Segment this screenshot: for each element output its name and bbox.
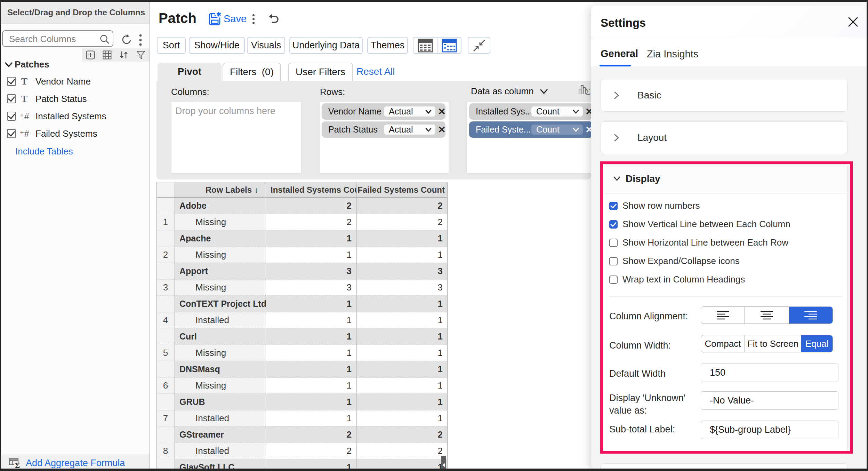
remove-pill-icon[interactable]: ✕ [438, 124, 446, 135]
sidebar-kebab-menu-icon[interactable] [137, 33, 144, 47]
display-option-wrap-text-in-column-headings[interactable]: Wrap text in Column Headings [609, 274, 745, 285]
checkbox[interactable] [609, 239, 618, 247]
reset-all-link[interactable]: Reset All [356, 63, 395, 81]
columns-dropzone[interactable]: Drop your columns here [171, 101, 302, 173]
checkbox-label: Show row numbers [622, 200, 700, 211]
header-kebab-menu-icon[interactable] [251, 14, 256, 25]
tab-filters[interactable]: Filters (0) [223, 63, 281, 81]
add-aggregate-formula-link[interactable]: Add Aggregate Formula [26, 458, 125, 469]
row-labels-header[interactable]: Row Labels↓ [175, 182, 266, 197]
field-pill-vendor-name[interactable]: Vendor NameActual✕ [322, 103, 445, 120]
checkbox[interactable] [609, 257, 618, 265]
status-cell: Missing [175, 280, 266, 295]
toolbar-button-sort[interactable]: Sort [157, 37, 186, 54]
aggregate-select[interactable]: Count [531, 125, 583, 135]
failed-count-header[interactable]: Failed Systems Count [356, 182, 448, 197]
column-width-compact[interactable]: Compact [701, 335, 745, 352]
subtotal-input[interactable] [701, 421, 838, 439]
pivot-sub-row: 1Missing22 [157, 214, 447, 230]
column-width-fit[interactable]: Fit to Screen [745, 335, 801, 352]
add-column-icon[interactable] [86, 50, 95, 59]
tab-user-filters[interactable]: User Filters [288, 63, 353, 81]
refresh-icon[interactable] [121, 34, 132, 45]
failed-value: 2 [356, 214, 448, 230]
include-tables-link[interactable]: Include Tables [15, 146, 73, 157]
checkbox[interactable] [7, 129, 16, 138]
align-left-button[interactable] [701, 307, 745, 324]
vendor-cell: GlavSoft LLC [175, 459, 266, 469]
pivot-view-button[interactable] [437, 38, 461, 53]
rows-dropzone[interactable]: Vendor NameActual✕Patch StatusActual✕ [319, 101, 449, 173]
toolbar-button-show-hide[interactable]: Show/Hide [189, 37, 245, 54]
patches-section-header[interactable]: Patches [4, 59, 49, 70]
status-cell: Installed [175, 410, 266, 426]
chevron-down-icon [424, 126, 433, 134]
data-as-column-label[interactable]: Data as column [471, 86, 534, 97]
pivot-sub-row: 5Missing11 [157, 345, 447, 361]
toolbar-button-underlying-data[interactable]: Underlying Data [289, 37, 363, 54]
toolbar-button-visuals[interactable]: Visuals [247, 37, 285, 54]
toolbar-button-themes[interactable]: Themes [367, 37, 408, 54]
align-right-button[interactable] [789, 307, 833, 324]
checkbox[interactable] [7, 77, 16, 86]
checkbox-label: Wrap text in Column Headings [622, 274, 745, 285]
installed-value: 1 [266, 230, 356, 247]
display-section-header[interactable]: Display [603, 165, 847, 193]
row-number-cell [157, 459, 175, 469]
column-width-equal[interactable]: Equal [801, 335, 833, 352]
number-type-icon: ⁺# [18, 129, 31, 139]
installed-count-header[interactable]: Installed Systems Cou [266, 182, 356, 197]
pill-label: Installed Sys... [476, 106, 532, 117]
aggregate-select[interactable]: Actual [384, 125, 435, 135]
aggregate-select[interactable]: Count [531, 106, 583, 117]
installed-value: 1 [266, 345, 356, 361]
display-unknown-input[interactable] [701, 391, 838, 410]
tab-pivot[interactable]: Pivot [158, 63, 222, 81]
checkbox[interactable] [609, 276, 618, 284]
align-center-button[interactable] [745, 307, 788, 324]
search-input[interactable] [9, 34, 93, 44]
checkbox[interactable] [7, 94, 16, 103]
checkbox[interactable] [7, 112, 16, 121]
undo-icon[interactable] [268, 13, 279, 24]
sidebar-field-vendor-name[interactable]: TVendor Name [7, 76, 91, 87]
field-pill-failed-syste-[interactable]: Failed Syste...Count✕ [469, 121, 593, 138]
sidebar-field-installed-systems[interactable]: ⁺#Installed Systems [7, 111, 106, 121]
collapse-panel-button[interactable] [468, 37, 490, 54]
sort-order-icon[interactable] [119, 50, 129, 60]
display-option-show-vertical-line-between-each-column[interactable]: Show Vertical Line between Each Column [609, 219, 790, 230]
vendor-cell: Curl [175, 328, 266, 345]
pivot-header-row: Row Labels↓ Installed Systems Cou Failed… [157, 182, 447, 198]
grid-view-icon[interactable] [103, 50, 112, 59]
chevron-right-icon [612, 90, 621, 100]
table-view-button[interactable] [413, 38, 437, 53]
table-scrollbar-thumb[interactable] [441, 456, 446, 469]
aggregate-select[interactable]: Actual [384, 106, 435, 117]
installed-value: 1 [266, 361, 356, 377]
close-icon[interactable] [847, 16, 859, 27]
field-pill-patch-status[interactable]: Patch StatusActual✕ [322, 121, 445, 138]
settings-body: Basic Layout Display Show row numbersSho… [591, 66, 867, 469]
text-type-icon: T [18, 94, 31, 104]
display-option-show-expand-collapse-icons[interactable]: Show Expand/Collapse icons [609, 256, 740, 266]
app-frame: Select/Drag and Drop the Columns [0, 0, 868, 471]
checkbox[interactable] [609, 202, 618, 210]
save-button[interactable]: Save [208, 11, 247, 26]
display-option-show-horizontal-line-between-each-row[interactable]: Show Horizontal Line between Each Row [609, 237, 788, 248]
sidebar-field-failed-systems[interactable]: ⁺#Failed Systems [7, 128, 97, 139]
settings-tab-zia-insights[interactable]: Zia Insights [647, 48, 698, 60]
remove-pill-icon[interactable]: ✕ [438, 106, 446, 117]
settings-tab-general[interactable]: General [601, 48, 638, 59]
filter-funnel-icon[interactable] [136, 50, 145, 59]
checkbox[interactable] [609, 220, 618, 229]
section-layout[interactable]: Layout [601, 121, 847, 154]
field-pill-installed-sys-[interactable]: Installed Sys...Count✕ [469, 103, 593, 120]
default-width-input[interactable] [701, 364, 838, 382]
sidebar-field-patch-status[interactable]: TPatch Status [7, 94, 87, 104]
column-width-group: Compact Fit to Screen Equal [701, 335, 833, 352]
data-dropzone[interactable]: Installed Sys...Count✕Failed Syste...Cou… [467, 101, 613, 173]
data-summary-icon[interactable]: Σ [578, 84, 592, 96]
section-basic[interactable]: Basic [601, 79, 847, 112]
failed-value: 1 [356, 394, 448, 410]
display-option-show-row-numbers[interactable]: Show row numbers [609, 200, 700, 211]
